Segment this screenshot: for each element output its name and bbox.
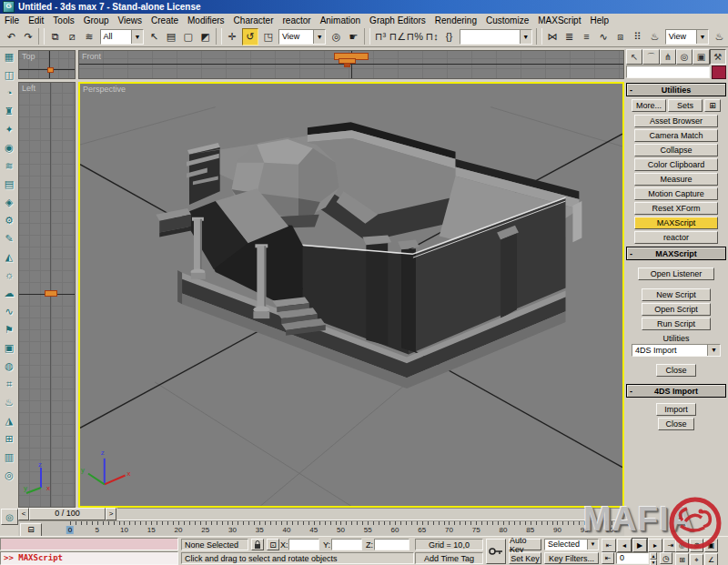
- left-toolbar-icon-2[interactable]: ◫: [2, 67, 16, 82]
- menu-create[interactable]: Create: [147, 15, 183, 25]
- left-toolbar-icon-4[interactable]: ♜: [2, 104, 16, 118]
- tab-utilities[interactable]: ⚒: [710, 49, 726, 65]
- more-button[interactable]: More...: [632, 99, 666, 112]
- key-mode-toggle-icon[interactable]: ⇤: [602, 552, 614, 564]
- chevron-down-icon[interactable]: ▼: [131, 30, 143, 44]
- layer-manager-icon[interactable]: ≡: [579, 29, 594, 45]
- utility-button-motion-capture[interactable]: Motion Capture: [634, 187, 718, 200]
- rect-selection-icon[interactable]: ▢: [180, 29, 196, 45]
- absolute-offset-icon[interactable]: ⊡: [267, 539, 279, 550]
- left-toolbar-icon-14[interactable]: ☁: [2, 286, 16, 300]
- utility-button-collapse[interactable]: Collapse: [634, 144, 718, 156]
- left-toolbar-icon-9[interactable]: ◈: [2, 195, 16, 209]
- left-toolbar-icon-22[interactable]: ⊞: [2, 431, 16, 446]
- open-script-button[interactable]: Open Script: [642, 303, 711, 316]
- angle-snap-icon[interactable]: ⊓∠: [389, 29, 405, 45]
- left-toolbar-icon-23[interactable]: ▥: [2, 449, 16, 464]
- maxscript-rollout-header[interactable]: - MAXScript: [626, 247, 726, 260]
- undo-icon[interactable]: ↶: [4, 29, 19, 45]
- material-editor-icon[interactable]: ⠿: [630, 29, 645, 45]
- left-toolbar-icon-18[interactable]: ◍: [2, 358, 16, 373]
- 4ds-close-button[interactable]: Close: [658, 418, 694, 430]
- utilities-rollout-header[interactable]: - Utilities: [626, 83, 726, 96]
- open-listener-button[interactable]: Open Listener: [638, 267, 714, 280]
- x-coordinate-field[interactable]: [288, 539, 319, 550]
- menu-maxscript[interactable]: MAXScript: [533, 15, 585, 25]
- percent-snap-icon[interactable]: ⊓%: [407, 29, 422, 45]
- utility-button-maxscript[interactable]: MAXScript: [634, 217, 718, 229]
- chevron-down-icon[interactable]: ▼: [313, 30, 325, 44]
- redo-icon[interactable]: ↷: [21, 29, 36, 45]
- play-button[interactable]: ▶: [632, 539, 647, 552]
- time-configuration-icon[interactable]: ◷: [660, 552, 672, 564]
- go-to-start-button[interactable]: ⇤: [602, 539, 616, 552]
- select-move-icon[interactable]: ✛: [225, 29, 240, 45]
- pivot-center-icon[interactable]: ◎: [329, 29, 344, 45]
- bind-spacewarp-icon[interactable]: ≋: [82, 29, 97, 45]
- menu-views[interactable]: Views: [114, 15, 147, 25]
- schematic-view-icon[interactable]: ⧈: [613, 29, 629, 45]
- select-object-icon[interactable]: ↖: [147, 29, 162, 45]
- menu-character[interactable]: Character: [229, 15, 278, 25]
- reference-coord-dropdown[interactable]: View▼: [278, 29, 326, 45]
- new-script-button[interactable]: New Script: [642, 288, 711, 301]
- left-toolbar-icon-16[interactable]: ⚑: [2, 322, 16, 337]
- auto-key-button[interactable]: Auto Key: [509, 539, 541, 550]
- left-toolbar-icon-3[interactable]: ◔: [2, 86, 16, 100]
- import-button[interactable]: Import: [656, 403, 696, 416]
- key-icon[interactable]: [486, 539, 506, 564]
- left-toolbar-icon-17[interactable]: ▣: [2, 340, 16, 355]
- select-rotate-icon[interactable]: ↺: [242, 28, 259, 45]
- frame-spinner[interactable]: ▲ ▼: [650, 552, 657, 564]
- selected-object-left-view[interactable]: [45, 290, 57, 297]
- current-frame-field[interactable]: 0: [616, 552, 649, 564]
- utilities-config-icon[interactable]: ⊞: [704, 99, 721, 112]
- render-scene-icon[interactable]: ♨: [647, 29, 662, 45]
- chevron-down-icon[interactable]: ▼: [707, 345, 720, 356]
- viewport-perspective[interactable]: z x y Perspective: [78, 82, 624, 508]
- zoom-all-icon[interactable]: ⊚: [690, 539, 703, 552]
- menu-file[interactable]: File: [0, 15, 24, 25]
- selection-lock-icon[interactable]: [251, 539, 264, 550]
- left-toolbar-icon-12[interactable]: ◭: [2, 249, 16, 264]
- select-by-name-icon[interactable]: ▤: [164, 29, 179, 45]
- left-toolbar-icon-11[interactable]: ✎: [2, 231, 16, 246]
- zoom-extents-all-icon[interactable]: ⊞: [675, 553, 689, 565]
- menu-rendering[interactable]: Rendering: [430, 15, 481, 25]
- left-toolbar-icon-7[interactable]: ≋: [2, 158, 16, 173]
- run-script-button[interactable]: Run Script: [642, 318, 711, 330]
- zoom-extents-icon[interactable]: ▣: [704, 539, 718, 552]
- z-coordinate-field[interactable]: [374, 539, 410, 550]
- tab-hierarchy[interactable]: ⋔: [660, 49, 676, 65]
- select-scale-icon[interactable]: ◳: [260, 29, 276, 45]
- left-toolbar-icon-6[interactable]: ◉: [2, 140, 16, 155]
- viewport-top[interactable]: Top: [18, 50, 76, 79]
- field-of-view-icon[interactable]: ∠: [704, 553, 718, 565]
- utility-button-measure[interactable]: Measure: [634, 173, 718, 186]
- maxscript-mini-listener-pink[interactable]: [0, 538, 178, 550]
- tab-modify[interactable]: ⌒: [642, 49, 659, 65]
- set-key-button[interactable]: Set Key: [509, 552, 541, 564]
- menu-graph-editors[interactable]: Graph Editors: [365, 15, 430, 25]
- track-bar[interactable]: ⊟ 05101520253035404550556065707580859095…: [18, 520, 624, 537]
- align-icon[interactable]: ≣: [561, 29, 577, 45]
- left-toolbar-icon-8[interactable]: ▤: [2, 177, 16, 191]
- tab-create[interactable]: ↖: [626, 49, 642, 65]
- object-color-swatch[interactable]: [712, 66, 726, 79]
- utility-button-asset-browser[interactable]: Asset Browser: [634, 115, 718, 127]
- menu-tools[interactable]: Tools: [48, 15, 78, 25]
- spinner-snap-icon[interactable]: ⊓↕: [424, 29, 440, 45]
- y-coordinate-field[interactable]: [331, 539, 362, 550]
- next-frame-button[interactable]: ▸: [648, 539, 662, 552]
- chevron-down-icon[interactable]: ▼: [520, 30, 531, 44]
- menu-edit[interactable]: Edit: [24, 15, 48, 25]
- utility-button-camera-match[interactable]: Camera Match: [634, 129, 718, 142]
- zoom-icon[interactable]: ◎: [675, 539, 689, 552]
- menu-animation[interactable]: Animation: [316, 15, 365, 25]
- named-sets-icon[interactable]: {}: [441, 29, 457, 45]
- chevron-down-icon[interactable]: ▼: [587, 540, 598, 550]
- pan-icon[interactable]: ⌖: [690, 554, 703, 565]
- left-toolbar-icon-1[interactable]: ▦: [2, 49, 16, 64]
- left-toolbar-icon-15[interactable]: ∿: [2, 304, 16, 318]
- previous-frame-slider-button[interactable]: <: [18, 508, 29, 520]
